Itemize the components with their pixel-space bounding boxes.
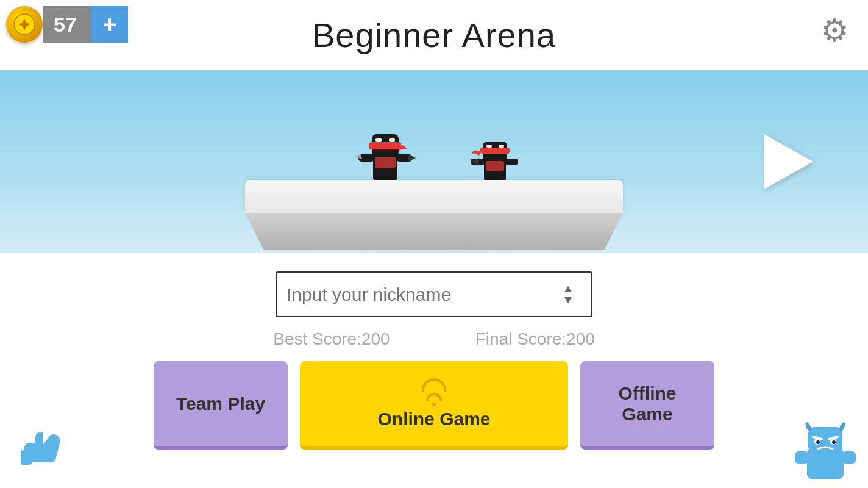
coin-icon (6, 6, 43, 43)
svg-point-1 (23, 23, 26, 26)
nickname-container (276, 271, 592, 317)
platform-shadow (257, 250, 611, 253)
svg-rect-29 (21, 450, 32, 465)
svg-rect-19 (486, 145, 492, 148)
svg-rect-30 (807, 448, 844, 479)
svg-marker-28 (564, 297, 572, 303)
svg-rect-36 (795, 451, 808, 464)
like-icon[interactable] (18, 427, 67, 476)
add-coin-button[interactable]: + (91, 6, 128, 43)
arena-scene (0, 70, 868, 253)
svg-rect-6 (389, 138, 395, 142)
scores-row: Best Score:200 Final Score:200 (273, 329, 595, 349)
final-score: Final Score:200 (475, 329, 595, 349)
coin-count: 57 (54, 13, 77, 37)
best-score: Best Score:200 (273, 329, 390, 349)
header: 57 + Beginner Arena ⚙ (0, 0, 868, 70)
plus-icon: + (102, 12, 116, 37)
svg-rect-31 (808, 427, 842, 453)
svg-point-35 (832, 440, 836, 444)
platform-top (245, 180, 623, 214)
svg-marker-27 (564, 286, 572, 292)
svg-rect-20 (499, 145, 504, 148)
svg-rect-23 (505, 159, 518, 165)
coin-count-bg: 57 (43, 6, 91, 43)
svg-rect-26 (486, 161, 504, 171)
svg-rect-18 (480, 148, 510, 154)
svg-point-34 (816, 440, 820, 444)
arena-platform (233, 180, 635, 253)
main-content: Best Score:200 Final Score:200 Team Play… (0, 253, 868, 462)
random-icon (557, 284, 579, 306)
team-play-button[interactable]: Team Play (154, 361, 288, 450)
settings-button[interactable]: ⚙ (813, 9, 856, 52)
gear-icon: ⚙ (820, 12, 849, 49)
coin-area: 57 + (6, 6, 128, 43)
online-game-button[interactable]: Online Game (300, 361, 568, 450)
offline-game-label: Offline Game (592, 383, 702, 425)
wifi-icon (422, 378, 446, 406)
offline-game-button[interactable]: Offline Game (580, 361, 714, 450)
svg-rect-5 (375, 138, 382, 142)
random-name-button[interactable] (555, 281, 582, 308)
play-triangle-icon (764, 134, 813, 189)
team-play-label: Team Play (176, 393, 265, 414)
svg-rect-15 (375, 157, 396, 168)
svg-marker-10 (408, 154, 416, 162)
nickname-input[interactable] (286, 284, 555, 305)
play-button[interactable] (764, 134, 819, 189)
villain-icon[interactable] (795, 421, 856, 482)
svg-rect-37 (842, 451, 856, 464)
platform-side (245, 214, 623, 250)
buttons-row: Team Play Online Game Offline Game (154, 361, 714, 450)
page-title: Beginner Arena (312, 15, 556, 55)
online-game-label: Online Game (377, 409, 490, 429)
